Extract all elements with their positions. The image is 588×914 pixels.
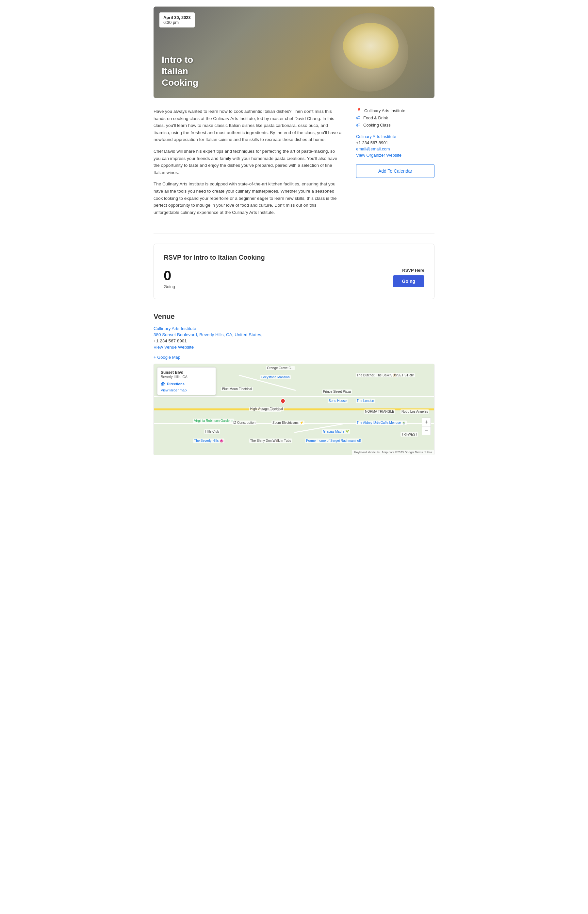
map-place-london: The London: [356, 399, 375, 403]
map-directions-label[interactable]: Directions: [167, 382, 184, 386]
add-to-calendar-button[interactable]: Add To Calendar: [356, 164, 435, 178]
hero-pasta-decoration: [343, 23, 399, 69]
map-directions-row[interactable]: ⟰ Directions: [161, 381, 212, 387]
rsvp-count: 0: [164, 268, 175, 284]
venue-info-item: 📍 Cullinary Arts Institute: [356, 108, 435, 113]
map-place-triwest: TRI-WEST: [401, 432, 418, 437]
google-map-link[interactable]: + Google Map: [153, 355, 435, 360]
venue-phone: +1 234 567 8901: [153, 339, 435, 344]
map-zoom-in-button[interactable]: +: [422, 418, 431, 426]
map-place-orange-grove2: Orange Grove C...: [266, 366, 295, 370]
hero-time: 6:30 pm: [163, 20, 191, 25]
map-view-larger-link[interactable]: View larger map: [161, 388, 212, 392]
organizer-info-block: 📍 Cullinary Arts Institute 🏷 Food & Drin…: [356, 108, 435, 128]
map-marker-shape: [279, 397, 286, 405]
map-place-blue-moon: Blue Moon Electrical: [221, 387, 253, 391]
rsvp-inner: 0 Going RSVP Here Going: [164, 268, 424, 289]
map-place-nobu: Nobu Los Angeles: [401, 409, 429, 414]
rsvp-going-label: Going: [164, 284, 175, 289]
organizer-phone: +1 234 567 8901: [356, 140, 435, 145]
organizer-name-link[interactable]: Culinary Arts Institute: [356, 134, 435, 139]
map-place-beverly-hills: The Beverly Hills 🏩: [193, 439, 225, 443]
sidebar-category2: Cooking Class: [363, 123, 391, 128]
map-infobox-title: Sunset Blvd: [161, 370, 212, 375]
hero-date: April 30, 2023: [163, 15, 191, 20]
hero-date-box: April 30, 2023 6:30 pm: [160, 13, 195, 28]
rsvp-here-label: RSVP Here: [393, 268, 424, 273]
rsvp-title: RSVP for Intro to Italian Cooking: [164, 254, 424, 261]
location-icon: 📍: [356, 108, 362, 113]
rsvp-count-area: 0 Going: [164, 268, 175, 289]
map-place-walk-in-tubs: Walk in Tubs: [271, 439, 292, 443]
map-keyboard-shortcuts: Keyboard shortcuts: [354, 451, 380, 454]
map-place-norma-triangle: NORMA TRIANGLE: [364, 409, 395, 414]
sidebar-venue-name: Cullinary Arts Institute: [364, 108, 405, 113]
map-location-marker: [280, 398, 286, 405]
event-description: Have you always wanted to learn how to c…: [153, 108, 343, 220]
hero-banner: April 30, 2023 6:30 pm Intro to Italian …: [153, 6, 435, 98]
tag-icon-2: 🏷: [356, 122, 361, 128]
venue-website-link[interactable]: View Venue Website: [153, 345, 435, 350]
venue-section: Venue Cullinary Arts Institute 380 Sunse…: [153, 312, 435, 455]
rsvp-right-area: RSVP Here Going: [393, 268, 424, 287]
organizer-website-link[interactable]: View Organizer Website: [356, 153, 435, 158]
map-place-greystone: Greystone Mansion: [260, 375, 291, 379]
venue-name-link[interactable]: Cullinary Arts Institute: [153, 326, 435, 331]
venue-section-title: Venue: [153, 312, 435, 321]
content-area: Have you always wanted to learn how to c…: [153, 108, 435, 220]
map-zoom-out-button[interactable]: −: [422, 426, 431, 435]
map-place-iz-construction: IZ Construction: [232, 421, 257, 425]
map-container[interactable]: Sunset Blvd Greystone Mansion Prince Str…: [153, 364, 435, 455]
map-data-credit: Map data ©2023 Google Terms of Use: [382, 451, 432, 454]
map-credit: Keyboard shortcuts Map data ©2023 Google…: [352, 450, 434, 455]
tag-icon-1: 🏷: [356, 115, 361, 120]
map-place-zoom-electricians: Zoom Electricians ⚡: [271, 421, 304, 425]
venue-address: 380 Sunset Boulevard, Beverly Hills, CA,…: [153, 332, 435, 337]
description-para2: Chef David will share his expert tips an…: [153, 148, 343, 176]
organizer-email-link[interactable]: email@email.com: [356, 146, 435, 151]
map-place-urth: Urth Caffe Melrose 🍵: [372, 421, 407, 425]
map-place-gracias: Gracias Madre 🌱: [322, 429, 350, 434]
map-place-virginia: Virginia Robinson Gardens: [193, 418, 234, 423]
sidebar-category1: Food & Drink: [363, 115, 388, 120]
map-place-soho-house: Soho House: [328, 399, 347, 403]
map-place-former-home: Former home of Sergei Rachmaninoff: [305, 439, 362, 443]
map-place-high-voltage: High Voltage Electrical: [249, 407, 284, 411]
map-road-secondary1: [154, 396, 434, 397]
map-place-prince-pizza: Prince Street Pizza: [322, 389, 352, 394]
going-button[interactable]: Going: [393, 275, 424, 287]
category1-item: 🏷 Food & Drink: [356, 115, 435, 120]
category2-item: 🏷 Cooking Class: [356, 122, 435, 128]
map-infobox: Sunset Blvd Beverly Hills, CA ⟰ Directio…: [157, 367, 216, 395]
section-divider-1: [153, 233, 435, 234]
description-para3: The Culinary Arts Institute is equipped …: [153, 180, 343, 216]
description-para1: Have you always wanted to learn how to c…: [153, 108, 343, 143]
rsvp-section: RSVP for Intro to Italian Cooking 0 Goin…: [153, 244, 435, 299]
map-zoom-controls: + −: [422, 418, 431, 435]
map-place-hills-club: Hills Club: [204, 429, 220, 434]
hero-title: Intro to Italian Cooking: [162, 54, 198, 88]
map-place-sunset-strip: SUNSET STRIP: [389, 373, 415, 378]
map-infobox-subtitle: Beverly Hills, CA: [161, 375, 212, 379]
organizer-sidebar: 📍 Cullinary Arts Institute 🏷 Food & Drin…: [356, 108, 435, 220]
directions-icon: ⟰: [161, 381, 165, 387]
organizer-links-block: Culinary Arts Institute +1 234 567 8901 …: [356, 134, 435, 158]
